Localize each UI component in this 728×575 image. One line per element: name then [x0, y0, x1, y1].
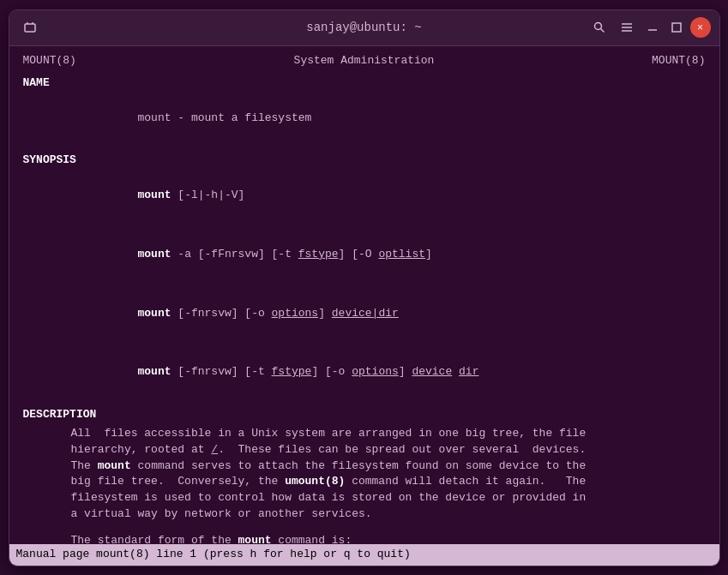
synopsis-opts-3b: ]	[318, 307, 332, 320]
synopsis-mount-4: mount	[138, 365, 171, 378]
title-bar-right: ×	[587, 15, 711, 39]
synopsis-opts-2b: ] [-O	[339, 248, 379, 261]
title-bar: sanjay@ubuntu: ~	[9, 10, 719, 46]
synopsis-options-1: options	[272, 307, 319, 320]
synopsis-section: SYNOPSIS mount [-l|-h|-V] mount -a [-fFn…	[23, 153, 706, 396]
synopsis-opts-4c: ]	[399, 365, 412, 378]
close-button[interactable]: ×	[690, 17, 711, 38]
terminal-content: MOUNT(8) System Administration MOUNT(8) …	[9, 46, 719, 566]
description-section: DESCRIPTION All files accessible in a Un…	[23, 407, 706, 545]
synopsis-options-2: options	[352, 365, 399, 378]
terminal-window: sanjay@ubuntu: ~	[9, 9, 720, 566]
svg-rect-0	[25, 24, 35, 32]
svg-line-4	[600, 29, 604, 33]
name-section: NAME mount - mount a filesystem	[23, 75, 706, 143]
desc-umount: umount(8)	[285, 475, 345, 488]
name-section-title: NAME	[23, 75, 706, 91]
status-bar: Manual page mount(8) line 1 (press h for…	[9, 544, 719, 565]
synopsis-opts-4: [-fnrsvw] [-t	[171, 365, 272, 378]
synopsis-mount-3: mount	[138, 307, 171, 320]
synopsis-opts-2c: ]	[425, 248, 432, 261]
man-page-header: MOUNT(8) System Administration MOUNT(8)	[23, 53, 706, 69]
search-button[interactable]	[587, 15, 611, 39]
header-left: MOUNT(8)	[23, 53, 76, 69]
menu-button[interactable]	[615, 15, 639, 39]
header-center: System Administration	[294, 53, 435, 69]
description-para-1: All files accessible in a Unix system ar…	[23, 426, 706, 523]
synopsis-mount-2: mount	[138, 248, 171, 261]
desc-slash: /	[211, 443, 218, 456]
synopsis-mount-1: mount	[138, 189, 171, 201]
synopsis-opts-2: -a [-fFnrsvw] [-t	[171, 248, 298, 261]
synopsis-line-1: mount [-l|-h|-V]	[23, 172, 706, 221]
synopsis-device-2: device	[412, 365, 452, 378]
description-section-title: DESCRIPTION	[23, 407, 706, 422]
synopsis-line-3: mount [-fnrsvw] [-o options] device|dir	[23, 290, 706, 338]
name-text: mount - mount a filesystem	[138, 111, 312, 124]
synopsis-opts-4b: ] [-o	[311, 365, 352, 378]
synopsis-opts-3: [-fnrsvw] [-o	[171, 307, 272, 320]
synopsis-fstype-1: fstype	[298, 248, 339, 261]
title-bar-left	[18, 15, 42, 39]
svg-rect-9	[672, 23, 681, 32]
synopsis-space-4	[452, 365, 459, 378]
name-content: mount - mount a filesystem	[23, 94, 706, 143]
synopsis-optlist: optlist	[378, 248, 425, 261]
synopsis-line-2: mount -a [-fFnrsvw] [-t fstype] [-O optl…	[23, 231, 706, 279]
minimize-button[interactable]	[642, 17, 663, 38]
desc-mount-1: mount	[98, 459, 131, 472]
description-para-2: The standard form of the mount command i…	[23, 533, 706, 544]
synopsis-section-title: SYNOPSIS	[23, 153, 706, 168]
header-right: MOUNT(8)	[652, 53, 705, 69]
synopsis-line-4: mount [-fnrsvw] [-t fstype] [-o options]…	[23, 348, 706, 397]
new-tab-button[interactable]	[18, 15, 42, 39]
synopsis-fstype-2: fstype	[272, 365, 312, 378]
window-title: sanjay@ubuntu: ~	[306, 21, 421, 34]
maximize-button[interactable]	[666, 17, 687, 38]
synopsis-device-dir: device|dir	[332, 307, 399, 320]
man-page[interactable]: MOUNT(8) System Administration MOUNT(8) …	[9, 46, 719, 545]
synopsis-opts-1: [-l|-h|-V]	[171, 189, 245, 201]
synopsis-dir-2: dir	[459, 365, 478, 378]
desc-mount-2: mount	[238, 534, 272, 544]
